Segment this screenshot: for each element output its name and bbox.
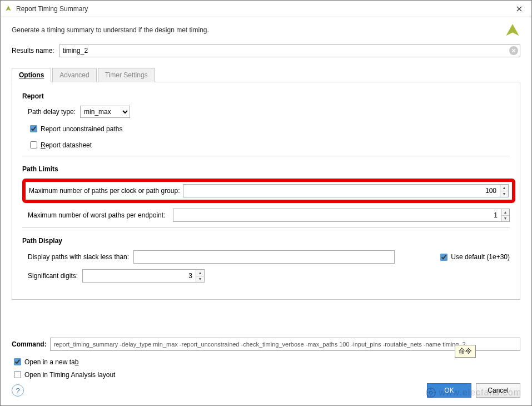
open-new-tab-label: Open in a new tab xyxy=(24,358,78,366)
use-default-checkbox[interactable] xyxy=(440,254,448,261)
report-datasheet-checkbox[interactable] xyxy=(30,141,37,148)
brand-icon xyxy=(505,23,520,41)
path-delay-select[interactable]: min_max xyxy=(80,106,130,118)
report-unconstrained-label: Report unconstrained paths xyxy=(41,125,122,133)
worst-paths-row: Maximum number of worst paths per endpoi… xyxy=(28,209,510,222)
app-icon xyxy=(4,4,13,13)
tooltip: 命令 xyxy=(455,345,476,358)
worst-paths-spinner[interactable]: ▲▼ xyxy=(501,209,510,222)
worst-paths-label: Maximum number of worst paths per endpoi… xyxy=(28,211,165,219)
tab-options[interactable]: Options xyxy=(12,68,51,82)
window-title: Report Timing Summary xyxy=(16,5,88,13)
path-delay-row: Path delay type: min_max xyxy=(28,106,510,118)
report-unconstrained-row: Report unconstrained paths xyxy=(28,123,510,134)
report-datasheet-row: Report datasheet xyxy=(28,140,510,150)
tab-bar: Options Advanced Timer Settings xyxy=(12,67,520,82)
path-display-title: Path Display xyxy=(22,237,510,245)
open-new-tab-checkbox[interactable] xyxy=(14,358,21,365)
slack-label: Display paths with slack less than: xyxy=(28,253,129,261)
tab-panel-options: Report Path delay type: min_max Report u… xyxy=(12,82,520,300)
open-timing-layout-checkbox[interactable] xyxy=(14,371,21,378)
results-name-label: Results name: xyxy=(12,47,54,55)
dialog-description: Generate a timing summary to understand … xyxy=(12,26,520,34)
max-paths-input[interactable] xyxy=(183,184,500,197)
spinner-down-icon: ▼ xyxy=(196,276,204,283)
spinner-down-icon: ▼ xyxy=(500,191,508,197)
ok-button[interactable]: OK xyxy=(427,383,471,398)
worst-paths-input[interactable] xyxy=(173,209,501,222)
use-default-label: Use default (1e+30) xyxy=(451,253,510,261)
report-datasheet-label: Report datasheet xyxy=(41,141,92,149)
dialog-bottom: Command: Open in a new tab Open in Timin… xyxy=(12,333,520,405)
spinner-up-icon: ▲ xyxy=(501,209,509,216)
sig-digits-spinner[interactable]: ▲▼ xyxy=(196,269,205,283)
spinner-up-icon: ▲ xyxy=(500,185,508,191)
tab-timer-settings[interactable]: Timer Settings xyxy=(98,68,155,82)
path-delay-label: Path delay type: xyxy=(28,108,76,116)
dialog-window: Report Timing Summary Generate a timing … xyxy=(0,0,532,406)
report-unconstrained-checkbox[interactable] xyxy=(30,125,37,132)
results-name-row: Results name: xyxy=(12,44,520,57)
command-row: Command: xyxy=(12,338,520,351)
max-paths-highlight: Maximum number of paths per clock or pat… xyxy=(22,179,515,203)
slack-row: Display paths with slack less than: Use … xyxy=(28,250,510,264)
content-area: Generate a timing summary to understand … xyxy=(1,17,531,405)
titlebar: Report Timing Summary xyxy=(1,1,531,17)
cancel-button[interactable]: Cancel xyxy=(476,383,520,398)
command-label: Command: xyxy=(12,340,47,348)
sig-digits-row: Significant digits: ▲▼ xyxy=(28,269,510,283)
slack-input[interactable] xyxy=(133,250,395,264)
tab-advanced[interactable]: Advanced xyxy=(52,68,96,82)
command-input[interactable] xyxy=(50,338,520,351)
report-section-title: Report xyxy=(22,92,510,100)
max-paths-label: Maximum number of paths per clock or pat… xyxy=(29,187,180,195)
spinner-up-icon: ▲ xyxy=(196,270,204,276)
open-timing-layout-label: Open in Timing Analysis layout xyxy=(24,371,115,379)
clear-icon[interactable] xyxy=(509,46,518,55)
path-limits-title: Path Limits xyxy=(22,165,510,173)
results-name-input[interactable] xyxy=(59,44,520,57)
close-button[interactable] xyxy=(507,1,531,17)
spinner-down-icon: ▼ xyxy=(501,216,509,222)
help-button[interactable]: ? xyxy=(12,384,24,397)
sig-digits-label: Significant digits: xyxy=(28,272,78,280)
sig-digits-input[interactable] xyxy=(82,269,196,283)
max-paths-spinner[interactable]: ▲▼ xyxy=(500,184,509,197)
